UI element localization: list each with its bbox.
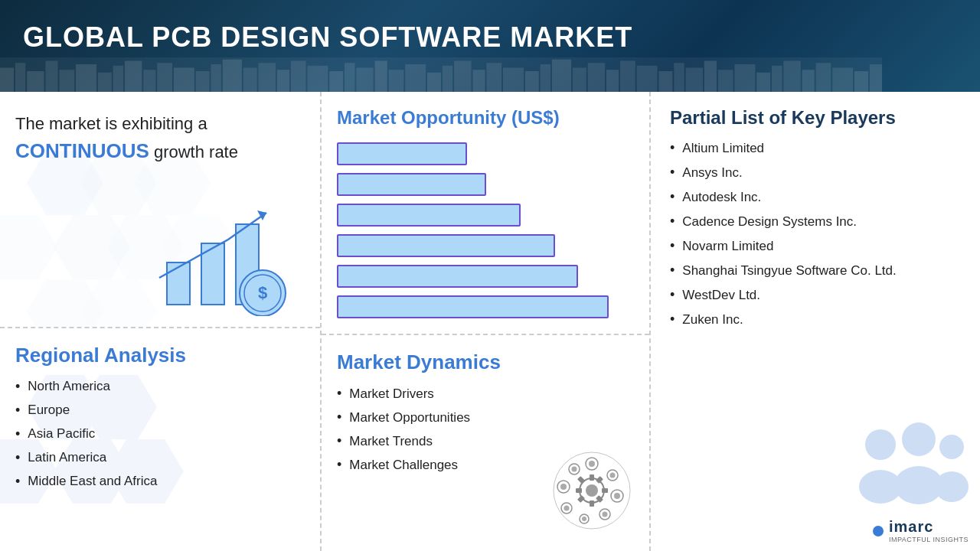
svg-rect-16 — [243, 68, 257, 93]
list-item: Zuken Inc. — [670, 311, 961, 328]
bar-1 — [337, 142, 467, 165]
svg-rect-38 — [606, 70, 619, 92]
svg-point-84 — [603, 512, 608, 517]
svg-rect-14 — [211, 64, 221, 92]
svg-rect-8 — [113, 66, 124, 92]
bar-row — [337, 142, 634, 165]
svg-point-109 — [873, 526, 884, 536]
people-icon — [846, 418, 969, 513]
market-opportunity-section: Market Opportunity (US$) — [322, 92, 649, 335]
svg-rect-29 — [454, 61, 472, 93]
svg-point-80 — [610, 473, 616, 478]
svg-rect-27 — [427, 73, 441, 92]
svg-rect-7 — [98, 73, 112, 92]
right-panel: Partial List of Key Players Altium Limit… — [651, 92, 980, 551]
svg-rect-96 — [590, 500, 594, 507]
list-item: Autodesk Inc. — [670, 189, 961, 205]
svg-rect-1 — [0, 68, 14, 93]
svg-point-82 — [614, 493, 620, 499]
gears-svg — [550, 448, 634, 533]
left-panel: The market is exhibiting a CONTINUOUS gr… — [0, 92, 322, 551]
svg-rect-30 — [472, 70, 485, 92]
list-item: Europe — [15, 403, 305, 419]
market-dynamics-title: Market Dynamics — [337, 350, 634, 374]
svg-rect-33 — [525, 71, 539, 92]
svg-rect-48 — [772, 66, 782, 92]
intro-prefix: The market is exhibiting a — [15, 114, 207, 133]
regions-list: North America Europe Asia Pacific Latin … — [15, 379, 305, 490]
svg-rect-20 — [307, 66, 328, 92]
list-item: Latin America — [15, 450, 305, 466]
svg-point-103 — [865, 429, 896, 460]
svg-rect-53 — [854, 71, 868, 92]
gears-icon — [550, 448, 634, 536]
svg-point-86 — [582, 517, 586, 521]
svg-rect-32 — [503, 68, 524, 93]
svg-rect-95 — [590, 474, 594, 481]
svg-rect-50 — [802, 70, 815, 92]
svg-rect-4 — [45, 61, 57, 93]
svg-rect-17 — [259, 63, 276, 92]
svg-rect-39 — [620, 61, 635, 93]
intro-section: The market is exhibiting a CONTINUOUS gr… — [0, 92, 320, 328]
svg-rect-42 — [674, 63, 684, 92]
svg-rect-41 — [658, 71, 672, 92]
svg-rect-15 — [223, 60, 242, 92]
page-title: GLOBAL PCB DESIGN SOFTWARE MARKET — [23, 14, 957, 54]
main-content: The market is exhibiting a CONTINUOUS gr… — [0, 92, 980, 551]
svg-point-107 — [939, 435, 964, 459]
svg-rect-13 — [196, 71, 210, 92]
svg-rect-34 — [541, 64, 551, 92]
svg-rect-18 — [277, 70, 289, 92]
players-list: Altium Limited Ansys Inc. Autodesk Inc. … — [670, 140, 961, 328]
bar-row — [337, 173, 634, 196]
svg-point-94 — [586, 484, 598, 497]
svg-rect-31 — [486, 63, 501, 92]
list-item: Shanghai Tsingyue Software Co. Ltd. — [670, 262, 961, 279]
svg-rect-3 — [27, 71, 44, 92]
svg-rect-37 — [588, 63, 606, 92]
svg-rect-54 — [870, 64, 882, 92]
imarc-dot-icon — [872, 525, 884, 537]
svg-rect-46 — [734, 64, 755, 92]
svg-point-105 — [902, 422, 936, 456]
regional-analysis-title: Regional Analysis — [15, 344, 305, 367]
bar-3 — [337, 204, 521, 227]
people-svg — [846, 418, 969, 510]
list-item: Market Opportunities — [337, 409, 634, 425]
svg-rect-40 — [637, 66, 658, 92]
svg-rect-2 — [15, 63, 26, 92]
svg-rect-22 — [345, 63, 355, 92]
regional-analysis-section: Regional Analysis North America Europe A… — [0, 328, 320, 552]
bar-row — [337, 204, 634, 227]
svg-point-108 — [935, 471, 969, 502]
svg-rect-36 — [573, 68, 586, 93]
svg-point-78 — [589, 461, 595, 467]
bar-row — [337, 234, 634, 257]
bar-4 — [337, 234, 555, 257]
svg-rect-52 — [832, 68, 853, 93]
bar-5 — [337, 265, 578, 288]
svg-rect-24 — [375, 61, 387, 93]
svg-rect-47 — [756, 73, 770, 92]
svg-rect-98 — [602, 488, 608, 493]
svg-rect-5 — [59, 70, 74, 92]
svg-marker-60 — [0, 215, 57, 279]
list-item: Market Trends — [337, 433, 634, 449]
svg-rect-12 — [174, 68, 194, 93]
svg-rect-45 — [718, 70, 733, 92]
svg-rect-11 — [157, 63, 172, 92]
bar-row — [337, 265, 634, 288]
list-item: WestDev Ltd. — [670, 287, 961, 303]
list-item: Altium Limited — [670, 140, 961, 156]
growth-icon: $ — [144, 194, 297, 319]
svg-rect-64 — [167, 262, 190, 305]
header: GLOBAL PCB DESIGN SOFTWARE MARKET — [0, 0, 980, 92]
svg-rect-21 — [329, 71, 343, 92]
svg-rect-19 — [291, 61, 306, 93]
list-item: Ansys Inc. — [670, 165, 961, 181]
svg-rect-35 — [552, 60, 571, 92]
svg-rect-10 — [143, 70, 155, 92]
svg-point-90 — [560, 484, 567, 490]
bar-chart — [337, 142, 634, 318]
